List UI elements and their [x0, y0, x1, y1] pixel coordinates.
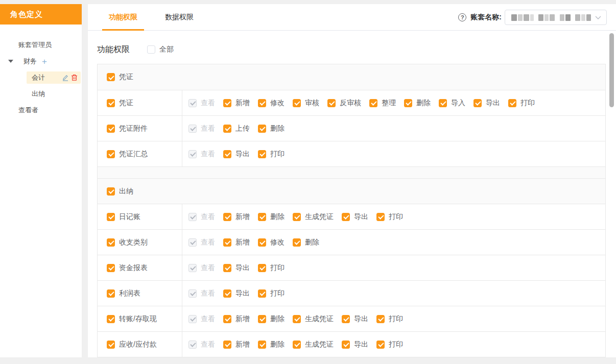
module-checkbox[interactable] [107, 150, 115, 158]
permission-row: 资金报表查看导出打印 [98, 255, 605, 280]
actions-cell: 查看新增删除生成凭证导出打印 [182, 204, 605, 229]
permission-item: 导出 [342, 212, 368, 222]
module-label: 凭证附件 [119, 124, 148, 133]
permission-checkbox[interactable] [258, 125, 266, 133]
permission-checkbox[interactable] [473, 99, 482, 107]
permission-checkbox[interactable] [293, 315, 301, 323]
permission-checkbox[interactable] [369, 99, 377, 107]
permission-checkbox[interactable] [404, 99, 412, 107]
module-checkbox[interactable] [107, 264, 115, 272]
module-label: 收支类别 [119, 238, 148, 247]
permission-checkbox[interactable] [376, 341, 385, 349]
permission-checkbox[interactable] [258, 238, 266, 247]
content: 功能权限 全部 凭证凭证查看新增修改审核反审核整理删除导入导出打印凭证附件查看上… [88, 31, 616, 357]
permission-item: 导入 [439, 99, 465, 108]
sidebar-item-label: 会计 [32, 73, 62, 82]
sidebar-item-finance[interactable]: 财务 + [0, 53, 82, 69]
permission-checkbox[interactable] [223, 125, 231, 133]
permission-item: 生成凭证 [293, 340, 334, 349]
permission-checkbox[interactable] [342, 341, 350, 349]
permission-checkbox[interactable] [223, 315, 231, 323]
selected-role[interactable]: 会计 [27, 71, 81, 84]
permission-item: 新增 [223, 99, 250, 108]
permission-checkbox[interactable] [223, 99, 231, 107]
permission-item: 导出 [223, 263, 250, 273]
permission-label: 查看 [201, 289, 215, 298]
add-role-icon[interactable]: + [42, 57, 47, 66]
permission-checkbox[interactable] [327, 99, 336, 107]
permission-checkbox[interactable] [293, 238, 301, 247]
actions-cell: 查看新增删除生成凭证导出打印 [182, 332, 605, 357]
permission-checkbox[interactable] [258, 341, 266, 349]
account-select[interactable] [505, 10, 607, 25]
main-panel: 功能权限 数据权限 ? 账套名称: 功能权限 全部 [88, 4, 616, 357]
section-header: 凭证 [98, 64, 605, 90]
permission-checkbox[interactable] [258, 213, 266, 221]
sidebar-item-cashier[interactable]: 出纳 [0, 86, 82, 102]
module-checkbox[interactable] [107, 289, 115, 298]
select-all[interactable]: 全部 [147, 45, 174, 54]
permission-checkbox[interactable] [376, 315, 385, 323]
module-cell: 凭证 [98, 90, 182, 115]
permission-checkbox[interactable] [223, 150, 231, 158]
permission-item: 查看 [188, 314, 215, 324]
help-icon[interactable]: ? [458, 13, 466, 21]
permission-item: 删除 [258, 124, 285, 133]
permission-item: 查看 [188, 289, 215, 298]
edit-icon[interactable] [62, 74, 69, 81]
permission-checkbox [188, 213, 197, 221]
permission-item: 导出 [473, 99, 500, 108]
tab-function-permissions[interactable]: 功能权限 [102, 4, 144, 31]
permission-checkbox[interactable] [293, 213, 301, 221]
permission-checkbox[interactable] [223, 264, 231, 272]
module-label: 凭证 [119, 99, 133, 108]
module-label: 转账/存取现 [119, 314, 157, 324]
module-checkbox[interactable] [107, 99, 115, 107]
permission-checkbox[interactable] [258, 289, 266, 298]
permission-checkbox[interactable] [223, 341, 231, 349]
module-checkbox[interactable] [107, 238, 115, 247]
module-checkbox[interactable] [107, 341, 115, 349]
select-all-checkbox[interactable] [147, 45, 155, 54]
permission-checkbox[interactable] [258, 264, 266, 272]
module-checkbox[interactable] [107, 213, 115, 221]
section-checkbox[interactable] [107, 73, 115, 81]
actions-cell: 查看新增修改审核反审核整理删除导入导出打印 [182, 90, 605, 115]
module-checkbox[interactable] [107, 315, 115, 323]
permission-item: 上传 [223, 124, 250, 133]
sidebar-item-label: 账套管理员 [18, 40, 52, 50]
permission-label: 查看 [201, 124, 215, 133]
permission-checkbox[interactable] [223, 238, 231, 247]
permission-checkbox[interactable] [293, 99, 301, 107]
sidebar-item-accounting[interactable]: 会计 [0, 69, 82, 86]
permission-label: 整理 [382, 99, 396, 108]
module-label: 资金报表 [119, 263, 148, 273]
actions-cell: 查看新增删除生成凭证导出打印 [182, 306, 605, 331]
permission-item: 打印 [258, 150, 285, 159]
permission-checkbox[interactable] [376, 213, 385, 221]
sidebar-item-viewer[interactable]: 查看者 [0, 102, 82, 118]
permission-label: 查看 [201, 238, 215, 247]
permission-checkbox[interactable] [258, 150, 266, 158]
caret-down-icon[interactable] [8, 60, 13, 63]
scrollbar-thumb[interactable] [609, 33, 614, 107]
permission-checkbox[interactable] [439, 99, 447, 107]
permission-item: 删除 [404, 99, 431, 108]
tab-data-permissions[interactable]: 数据权限 [158, 4, 200, 31]
sidebar-item-account-admin[interactable]: 账套管理员 [0, 37, 82, 53]
permission-checkbox[interactable] [223, 289, 231, 298]
permission-checkbox[interactable] [258, 315, 266, 323]
permission-row: 凭证附件查看上传删除 [98, 115, 605, 141]
module-cell: 凭证附件 [98, 116, 182, 141]
delete-icon[interactable] [71, 74, 78, 81]
scrollbar[interactable] [609, 32, 614, 356]
module-checkbox[interactable] [107, 125, 115, 133]
permission-checkbox[interactable] [342, 315, 350, 323]
module-cell: 日记账 [98, 204, 182, 229]
permission-checkbox[interactable] [223, 213, 231, 221]
permission-checkbox[interactable] [258, 99, 266, 107]
permission-checkbox[interactable] [293, 341, 301, 349]
permission-checkbox[interactable] [342, 213, 350, 221]
permission-checkbox[interactable] [508, 99, 516, 107]
section-checkbox[interactable] [107, 187, 115, 196]
